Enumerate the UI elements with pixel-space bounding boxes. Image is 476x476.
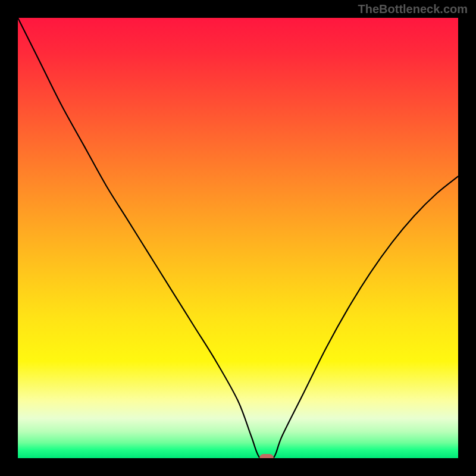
watermark-text: TheBottleneck.com: [358, 2, 468, 16]
chart-container: TheBottleneck.com: [0, 0, 476, 476]
plot-area: [18, 18, 458, 458]
curve-svg: [18, 18, 458, 458]
bottleneck-curve: [18, 18, 458, 458]
minimum-marker: [259, 454, 274, 458]
